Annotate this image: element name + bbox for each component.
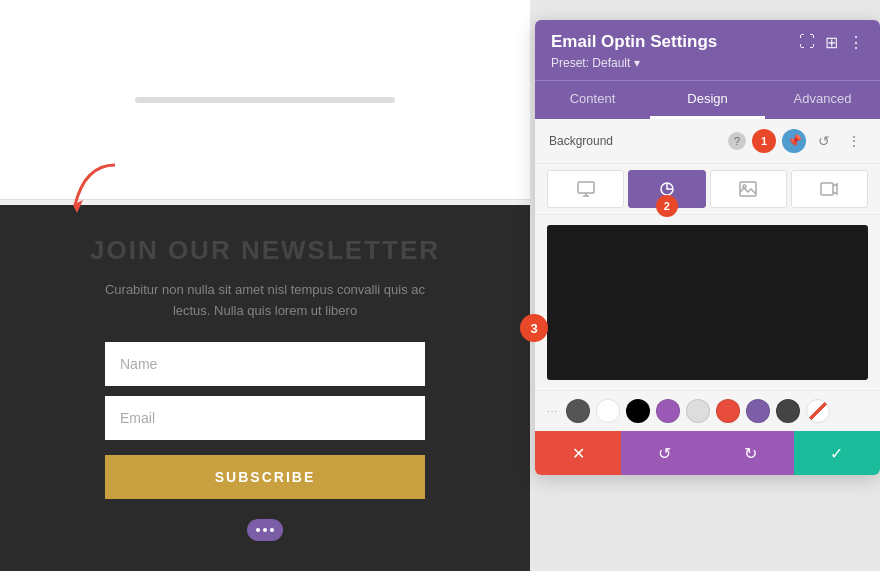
reset-icon[interactable]: ↺ xyxy=(812,129,836,153)
color-swatch-none[interactable] xyxy=(806,399,830,423)
svg-rect-7 xyxy=(821,183,833,195)
page-preview: JOIN OUR NEWSLETTER Curabitur non nulla … xyxy=(0,0,530,571)
newsletter-title: JOIN OUR NEWSLETTER xyxy=(90,235,440,266)
dark-section: JOIN OUR NEWSLETTER Curabitur non nulla … xyxy=(0,205,530,571)
panel-header: Email Optin Settings ⛶ ⊞ ⋮ Preset: Defau… xyxy=(535,20,880,80)
panel-preset[interactable]: Preset: Default ▾ xyxy=(551,56,864,70)
more-icon[interactable]: ⋮ xyxy=(848,33,864,52)
step-3-badge: 3 xyxy=(520,314,548,342)
grid-icon[interactable]: ⊞ xyxy=(825,33,838,52)
panel-header-icons: ⛶ ⊞ ⋮ xyxy=(799,33,864,52)
floating-dots-button[interactable] xyxy=(247,519,283,541)
redo-button[interactable]: ↻ xyxy=(708,431,794,475)
name-field[interactable]: Name xyxy=(105,342,425,386)
panel-title: Email Optin Settings xyxy=(551,32,717,52)
more-colors-dots[interactable]: ··· xyxy=(547,406,558,417)
settings-panel: Email Optin Settings ⛶ ⊞ ⋮ Preset: Defau… xyxy=(535,20,880,475)
undo-button[interactable]: ↺ xyxy=(621,431,707,475)
panel-body: Background ? 1 📌 ↺ ⋮ 2 xyxy=(535,119,880,475)
color-swatch-light-gray[interactable] xyxy=(686,399,710,423)
panel-tabs: Content Design Advanced xyxy=(535,80,880,119)
background-controls: ? 1 📌 ↺ ⋮ xyxy=(728,129,866,153)
background-row: Background ? 1 📌 ↺ ⋮ xyxy=(535,119,880,164)
step-2-badge: 2 xyxy=(656,195,678,217)
color-preview-area xyxy=(547,225,868,380)
help-icon[interactable]: ? xyxy=(728,132,746,150)
action-row: ✕ ↺ ↻ ✓ xyxy=(535,431,880,475)
subscribe-button[interactable]: SUBSCRIBE xyxy=(105,455,425,499)
type-tab-color[interactable]: 2 xyxy=(628,170,705,208)
color-swatch-white[interactable] xyxy=(596,399,620,423)
color-swatch-black[interactable] xyxy=(626,399,650,423)
background-label: Background xyxy=(549,134,613,148)
color-swatch-gray[interactable] xyxy=(566,399,590,423)
color-swatch-red[interactable] xyxy=(716,399,740,423)
tab-advanced[interactable]: Advanced xyxy=(765,81,880,119)
color-swatch-dark-gray[interactable] xyxy=(776,399,800,423)
cancel-button[interactable]: ✕ xyxy=(535,431,621,475)
tab-content[interactable]: Content xyxy=(535,81,650,119)
type-tab-monitor[interactable] xyxy=(547,170,624,208)
fullscreen-icon[interactable]: ⛶ xyxy=(799,33,815,51)
type-tabs-row: 2 xyxy=(535,164,880,215)
type-tab-video[interactable] xyxy=(791,170,868,208)
email-field[interactable]: Email xyxy=(105,396,425,440)
more-options-icon[interactable]: ⋮ xyxy=(842,129,866,153)
newsletter-subtitle: Curabitur non nulla sit amet nisl tempus… xyxy=(95,280,435,322)
pin-active-icon[interactable]: 📌 xyxy=(782,129,806,153)
color-swatch-purple-light[interactable] xyxy=(656,399,680,423)
color-swatches-row: ··· xyxy=(535,390,880,431)
preview-bar xyxy=(135,97,395,103)
svg-rect-1 xyxy=(578,182,594,193)
arrow-indicator xyxy=(55,155,135,229)
color-swatch-purple[interactable] xyxy=(746,399,770,423)
step-1-badge: 1 xyxy=(752,129,776,153)
type-tab-image[interactable] xyxy=(710,170,787,208)
panel-header-top: Email Optin Settings ⛶ ⊞ ⋮ xyxy=(551,32,864,52)
tab-design[interactable]: Design xyxy=(650,81,765,119)
confirm-button[interactable]: ✓ xyxy=(794,431,880,475)
